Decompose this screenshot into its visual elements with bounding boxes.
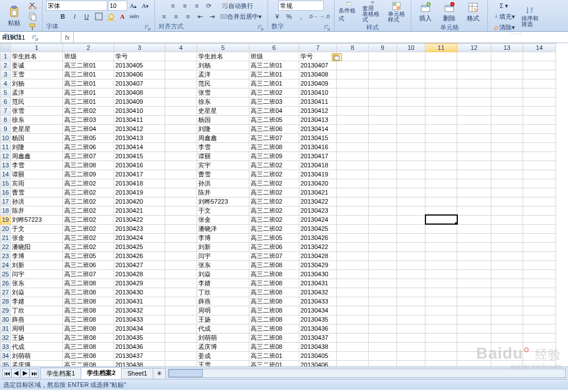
cell[interactable] (523, 224, 556, 233)
cell[interactable]: 20130412 (114, 124, 165, 133)
cell[interactable] (165, 224, 197, 233)
sheet-tab-3[interactable]: Sheet1 (121, 368, 153, 378)
cell[interactable] (165, 233, 197, 242)
cell[interactable]: 高三二班02 (249, 179, 299, 188)
cell[interactable] (457, 151, 491, 161)
cell[interactable]: 高三二班08 (63, 333, 114, 342)
cell[interactable] (397, 224, 425, 233)
cell[interactable] (337, 124, 369, 133)
cell[interactable] (425, 197, 457, 206)
cell[interactable]: 高三二班08 (63, 288, 114, 297)
cell[interactable] (457, 97, 491, 106)
cell[interactable] (337, 106, 369, 115)
cell[interactable]: 周明 (197, 306, 249, 315)
cell[interactable]: 高三二班08 (249, 324, 299, 333)
cell[interactable] (425, 242, 457, 251)
cell[interactable]: 刘晔57223 (197, 197, 249, 206)
cell[interactable] (369, 260, 397, 269)
cell[interactable]: 姜成 (197, 351, 249, 360)
cell[interactable] (523, 306, 556, 315)
cell[interactable] (337, 61, 369, 70)
col-header[interactable]: 9 (369, 44, 397, 52)
cell[interactable] (369, 342, 397, 351)
cell[interactable]: 谭丽 (11, 170, 63, 179)
cell[interactable]: 20130411 (299, 97, 337, 106)
cell[interactable]: 20130412 (299, 106, 337, 115)
sheet-tab-2[interactable]: 学生档案2 (81, 367, 122, 379)
cell[interactable]: 刘新 (197, 242, 249, 251)
cell[interactable] (491, 61, 523, 70)
cell[interactable]: 20130438 (114, 360, 165, 366)
cell[interactable] (457, 342, 491, 351)
cell[interactable] (523, 251, 556, 260)
cell[interactable]: 20130429 (299, 260, 337, 269)
cell[interactable]: 范民 (197, 79, 249, 88)
cell[interactable] (397, 279, 425, 288)
cell[interactable]: 高三二班02 (249, 197, 299, 206)
delete-button[interactable]: 删除 (438, 1, 460, 23)
cell[interactable]: 刘新 (11, 260, 63, 269)
cell[interactable] (165, 260, 197, 269)
cell[interactable] (457, 170, 491, 179)
cell[interactable]: 20130427 (114, 260, 165, 269)
cell[interactable] (457, 351, 491, 360)
cell[interactable]: 20130422 (299, 242, 337, 251)
cell[interactable]: 杨国 (11, 133, 63, 142)
cell[interactable]: 高三二班02 (249, 224, 299, 233)
cell[interactable]: 高三二班02 (249, 161, 299, 170)
cell[interactable]: 20130406 (114, 70, 165, 79)
cell[interactable] (337, 79, 369, 88)
cell[interactable]: 李博 (11, 251, 63, 260)
cell[interactable] (337, 206, 369, 215)
row-header[interactable]: 2 (1, 61, 11, 70)
cell[interactable] (165, 251, 197, 260)
cell[interactable] (425, 342, 457, 351)
cell[interactable] (337, 279, 369, 288)
cell[interactable]: 20130438 (299, 342, 337, 351)
cell[interactable]: 史星星 (197, 106, 249, 115)
cell[interactable] (491, 170, 523, 179)
row-header[interactable]: 18 (1, 206, 11, 215)
decrease-decimal-button[interactable]: ←.0 (319, 11, 331, 22)
cell[interactable]: 20130422 (299, 197, 337, 206)
cell[interactable] (165, 124, 197, 133)
row-header[interactable]: 16 (1, 188, 11, 197)
cell[interactable] (337, 360, 369, 366)
tab-next-button[interactable]: ▶ (20, 369, 30, 378)
cell[interactable] (523, 315, 556, 324)
cell[interactable]: 王扬 (11, 333, 63, 342)
cell[interactable]: 20130424 (299, 215, 337, 224)
cell[interactable] (165, 342, 197, 351)
row-header[interactable]: 4 (1, 79, 11, 88)
cell[interactable]: 张金 (197, 215, 249, 224)
cell[interactable] (397, 88, 425, 97)
cell[interactable]: 刘焱 (197, 269, 249, 279)
cell[interactable] (369, 215, 397, 224)
cell[interactable]: 20130416 (114, 161, 165, 170)
col-header[interactable]: 1 (11, 44, 63, 52)
cell[interactable]: 高三二班08 (63, 342, 114, 351)
col-header[interactable]: 4 (165, 44, 197, 52)
cell[interactable] (165, 70, 197, 79)
col-header[interactable]: 6 (249, 44, 299, 52)
cell[interactable]: 史星星 (11, 124, 63, 133)
cell[interactable]: 潘晓阳 (11, 242, 63, 251)
cell[interactable]: 20130410 (114, 106, 165, 115)
cell[interactable] (165, 351, 197, 360)
cell[interactable]: 王扬 (197, 315, 249, 324)
row-header[interactable]: 29 (1, 306, 11, 315)
cell[interactable] (337, 179, 369, 188)
cell[interactable] (457, 61, 491, 70)
cell[interactable]: 高三二班05 (63, 251, 114, 260)
cell[interactable] (491, 279, 523, 288)
cell[interactable] (523, 188, 556, 197)
cell[interactable] (425, 224, 457, 233)
align-launcher[interactable] (257, 24, 264, 31)
cell[interactable]: 丁欣 (197, 288, 249, 297)
cell[interactable] (369, 88, 397, 97)
cell[interactable] (397, 115, 425, 124)
cell[interactable]: 徐东 (197, 97, 249, 106)
cell[interactable] (491, 79, 523, 88)
increase-font-button[interactable]: A▴ (128, 1, 139, 11)
cell[interactable] (397, 360, 425, 366)
